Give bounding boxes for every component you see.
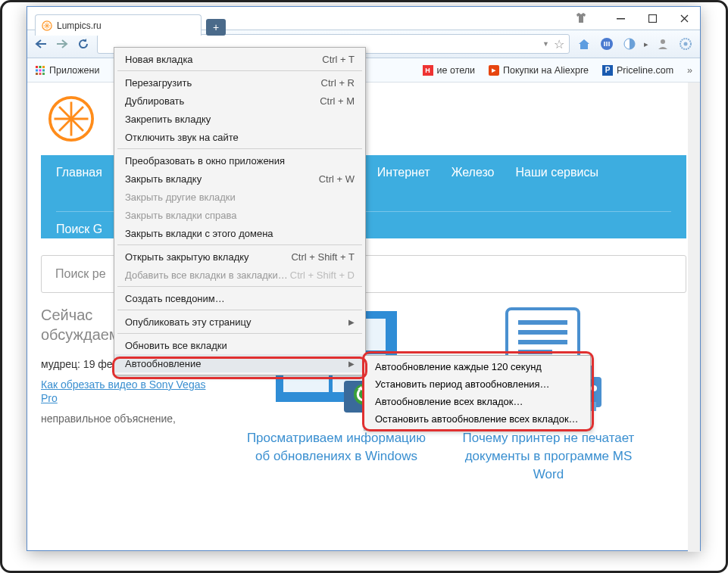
svg-rect-15 <box>36 69 38 71</box>
menu-item[interactable]: Автообновление▶ <box>114 354 365 372</box>
forward-button[interactable] <box>55 36 70 51</box>
svg-point-41 <box>591 385 597 391</box>
comment-link[interactable]: Как обрезать видео в Sony Vegas Pro <box>41 378 205 404</box>
tab-context-menu: Новая вкладкаCtrl + TПерезагрузитьCtrl +… <box>114 47 366 375</box>
submenu-item[interactable]: Остановить автообновление всех вкладок… <box>364 410 590 428</box>
menu-item: Закрыть другие вкладки <box>114 188 365 206</box>
site-logo-icon <box>48 96 94 142</box>
minimize-button[interactable] <box>605 7 636 30</box>
tab-title: Lumpics.ru <box>57 20 102 31</box>
contrast-button[interactable] <box>621 36 638 52</box>
site-favicon-icon <box>42 20 52 31</box>
svg-rect-14 <box>42 66 45 68</box>
menu-item[interactable]: Преобразовать в окно приложения <box>114 151 365 170</box>
aliexpress-bookmark[interactable]: ▸ Покупки на Aliexpre <box>489 65 589 76</box>
priceline-bookmark[interactable]: P Priceline.com <box>602 65 673 76</box>
svg-rect-37 <box>518 350 552 354</box>
menu-item: Закрыть вкладки справа <box>114 206 365 224</box>
menu-item: Добавить все вкладки в закладки…Ctrl + S… <box>114 266 365 284</box>
hotels-bookmark[interactable]: H ие отели <box>423 65 475 76</box>
svg-rect-13 <box>39 66 42 68</box>
svg-rect-18 <box>36 73 38 75</box>
submenu-item[interactable]: Установить период автообновления… <box>364 375 590 393</box>
ali-icon: ▸ <box>489 65 499 76</box>
shield-button[interactable] <box>598 36 615 52</box>
card-title: Почему принтер не печатает документы в п… <box>458 429 639 483</box>
submenu-item[interactable]: Автообновление каждые 120 секунд <box>364 358 590 375</box>
chevron-right-icon[interactable]: ▸ <box>644 39 648 49</box>
nav-item[interactable]: Железо <box>451 166 495 179</box>
svg-rect-20 <box>42 73 45 75</box>
bookmark-label: Priceline.com <box>617 65 673 76</box>
new-tab-button[interactable]: + <box>206 19 226 36</box>
menu-item[interactable]: ПерезагрузитьCtrl + R <box>114 73 365 92</box>
maximize-button[interactable] <box>636 7 668 30</box>
svg-rect-19 <box>39 73 42 75</box>
settings-gear-button[interactable] <box>677 36 694 52</box>
svg-point-11 <box>684 42 688 46</box>
svg-rect-35 <box>518 330 567 335</box>
svg-point-9 <box>661 39 665 44</box>
menu-item[interactable]: Закрепить вкладку <box>114 110 365 128</box>
browser-tab[interactable]: Lumpics.ru <box>35 14 202 36</box>
reload-button[interactable] <box>76 36 91 51</box>
home-button[interactable] <box>576 36 592 52</box>
menu-item[interactable]: Отключить звук на сайте <box>114 128 365 146</box>
profile-button[interactable] <box>655 36 671 52</box>
svg-rect-6 <box>648 14 656 22</box>
grid-icon <box>35 65 45 76</box>
comment-excerpt: неправильное объяснение, <box>41 413 223 425</box>
svg-rect-34 <box>518 320 567 325</box>
priceline-icon: P <box>602 65 613 76</box>
nav-item[interactable]: Интернет <box>377 166 430 179</box>
bookmark-label: Приложени <box>49 65 99 76</box>
menu-item[interactable]: Опубликовать эту страницу▶ <box>114 313 365 331</box>
card-title: Просматриваем информацию об обновлениях … <box>245 429 427 466</box>
site-title <box>105 107 110 131</box>
svg-rect-5 <box>617 18 625 20</box>
close-button[interactable] <box>668 7 700 30</box>
nav-item[interactable]: Поиск G <box>56 223 102 236</box>
apps-bookmark[interactable]: Приложени <box>35 65 99 76</box>
nav-item[interactable]: Наши сервисы <box>516 166 598 179</box>
menu-item[interactable]: Создать псевдоним… <box>114 289 365 307</box>
back-button[interactable] <box>33 36 48 51</box>
menu-item[interactable]: Закрыть вкладкуCtrl + W <box>114 170 365 188</box>
scrollbar[interactable] <box>688 83 700 552</box>
tshirt-icon[interactable] <box>565 7 597 30</box>
svg-rect-12 <box>36 66 38 68</box>
star-icon[interactable]: ☆ <box>554 37 564 51</box>
svg-rect-16 <box>39 69 42 71</box>
nav-item[interactable]: Главная <box>56 166 102 179</box>
menu-item[interactable]: ДублироватьCtrl + M <box>114 92 365 110</box>
bookmarks-overflow[interactable]: » <box>687 65 692 76</box>
svg-rect-17 <box>42 69 45 71</box>
menu-item[interactable]: Открыть закрытую вкладкуCtrl + Shift + T <box>114 248 365 266</box>
menu-item[interactable]: Обновить все вкладки <box>114 336 365 354</box>
bookmark-label: Покупки на Aliexpre <box>503 65 589 76</box>
search-placeholder: Поиск ре <box>55 267 106 281</box>
hotels-icon: H <box>423 65 433 76</box>
autorefresh-submenu: Автообновление каждые 120 секундУстанови… <box>364 355 591 431</box>
menu-item[interactable]: Закрыть вкладки с этого домена <box>114 224 365 242</box>
submenu-item[interactable]: Автообновление всех вкладок… <box>364 393 590 410</box>
menu-item[interactable]: Новая вкладкаCtrl + T <box>114 50 365 68</box>
dropdown-icon[interactable]: ▼ <box>542 40 549 48</box>
bookmark-label: ие отели <box>437 65 475 76</box>
svg-rect-36 <box>518 340 567 344</box>
tab-strip: Lumpics.ru + <box>35 13 226 36</box>
